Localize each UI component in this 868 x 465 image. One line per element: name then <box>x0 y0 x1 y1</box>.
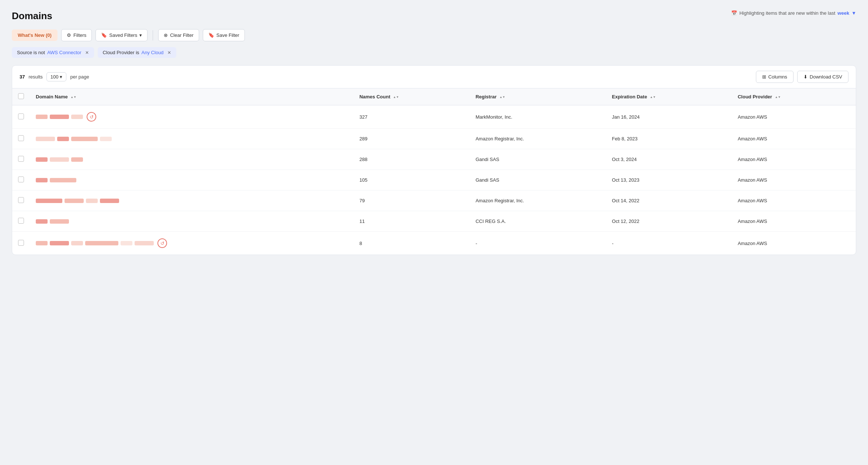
expiration-date-cell-2: Oct 3, 2024 <box>606 149 732 170</box>
row-checkbox-0[interactable] <box>12 105 30 129</box>
domain-blur-block <box>71 115 83 119</box>
cloud-provider-cell-6: Amazon AWS <box>732 232 856 255</box>
filters-button[interactable]: ⚙ Filters <box>61 29 92 41</box>
whats-new-button[interactable]: What's New (0) <box>12 29 58 41</box>
chevron-down-icon: ▾ <box>60 74 62 80</box>
domain-name-cell-2[interactable] <box>30 149 354 170</box>
remove-filter-cloud[interactable]: ✕ <box>167 50 171 55</box>
col-registrar[interactable]: Registrar ▲▼ <box>470 88 606 105</box>
row-checkbox-5[interactable] <box>12 211 30 232</box>
clear-filter-button[interactable]: ⊗ Clear Filter <box>158 29 199 41</box>
domain-blur-block <box>100 199 119 203</box>
clear-icon: ⊗ <box>164 32 168 38</box>
row-checkbox-2[interactable] <box>12 149 30 170</box>
domain-blur-block <box>50 157 69 162</box>
col-domain-name[interactable]: Domain Name ▲▼ <box>30 88 354 105</box>
domain-blur-block <box>36 241 48 245</box>
results-count: 37 <box>20 74 25 80</box>
week-link[interactable]: week <box>837 10 849 16</box>
per-page-select[interactable]: 100 ▾ <box>46 72 67 81</box>
table-row: ↺327MarkMonitor, Inc.Jan 16, 2024Amazon … <box>12 105 856 129</box>
page-title: Domains <box>12 10 856 22</box>
select-all-checkbox[interactable] <box>12 88 30 105</box>
domain-blur-block <box>50 115 69 119</box>
table-actions: ⊞ Columns ⬇ Download CSV <box>756 71 848 83</box>
registrar-cell-2: Gandi SAS <box>470 149 606 170</box>
domain-name-cell-4[interactable] <box>30 190 354 211</box>
columns-icon: ⊞ <box>762 74 766 80</box>
domain-name-cell-5[interactable] <box>30 211 354 232</box>
domain-blur-block <box>71 157 83 162</box>
domain-blur-block <box>71 137 98 141</box>
bookmark-icon: 🔖 <box>101 32 107 38</box>
names-count-cell-0: 327 <box>354 105 470 129</box>
domain-blur-block <box>86 199 98 203</box>
col-names-count[interactable]: Names Count ▲▼ <box>354 88 470 105</box>
toolbar-divider <box>153 30 153 41</box>
domain-name-cell-3[interactable] <box>30 170 354 190</box>
expiration-date-cell-6: - <box>606 232 732 255</box>
sort-domain-name-icon: ▲▼ <box>70 96 76 99</box>
highlight-text: Highlighting items that are new within t… <box>739 10 835 16</box>
remove-filter-source[interactable]: ✕ <box>85 50 89 55</box>
chevron-down-icon[interactable]: ▼ <box>851 10 856 16</box>
cloud-provider-cell-4: Amazon AWS <box>732 190 856 211</box>
sort-names-count-icon: ▲▼ <box>393 96 399 99</box>
domain-name-cell-1[interactable] <box>30 129 354 149</box>
domains-table: Domain Name ▲▼ Names Count ▲▼ Registrar … <box>12 88 856 255</box>
cloud-provider-cell-3: Amazon AWS <box>732 170 856 190</box>
domain-blur-block <box>100 137 112 141</box>
save-filter-button[interactable]: 🔖 Save Filter <box>203 29 245 41</box>
domain-refresh-icon[interactable]: ↺ <box>87 112 96 122</box>
table-row: 288Gandi SASOct 3, 2024Amazon AWS <box>12 149 856 170</box>
registrar-cell-4: Amazon Registrar, Inc. <box>470 190 606 211</box>
domain-blur-block <box>50 241 69 245</box>
domain-blur-block <box>50 219 69 224</box>
table-row: 105Gandi SASOct 13, 2023Amazon AWS <box>12 170 856 190</box>
registrar-cell-6: - <box>470 232 606 255</box>
domain-name-cell-0[interactable]: ↺ <box>30 105 354 129</box>
domain-blur-block <box>57 137 69 141</box>
domain-blur-block <box>135 241 154 245</box>
domain-blur-block <box>36 115 48 119</box>
domain-name-cell-6[interactable]: ↺ <box>30 232 354 255</box>
expiration-date-cell-4: Oct 14, 2022 <box>606 190 732 211</box>
names-count-cell-2: 288 <box>354 149 470 170</box>
domain-blur-block <box>65 199 84 203</box>
saved-filters-button[interactable]: 🔖 Saved Filters ▾ <box>96 29 147 41</box>
download-icon: ⬇ <box>803 74 808 80</box>
cloud-provider-cell-2: Amazon AWS <box>732 149 856 170</box>
table-header-row: Domain Name ▲▼ Names Count ▲▼ Registrar … <box>12 88 856 105</box>
table-row: 289Amazon Registrar, Inc.Feb 8, 2023Amaz… <box>12 129 856 149</box>
calendar-icon: 📅 <box>731 10 737 16</box>
table-info: 37 results 100 ▾ per page <box>20 72 89 81</box>
col-expiration-date[interactable]: Expiration Date ▲▼ <box>606 88 732 105</box>
cloud-provider-cell-5: Amazon AWS <box>732 211 856 232</box>
table-row: ↺8--Amazon AWS <box>12 232 856 255</box>
row-checkbox-1[interactable] <box>12 129 30 149</box>
sort-expiration-icon: ▲▼ <box>650 96 656 99</box>
row-checkbox-4[interactable] <box>12 190 30 211</box>
row-checkbox-6[interactable] <box>12 232 30 255</box>
expiration-date-cell-0: Jan 16, 2024 <box>606 105 732 129</box>
registrar-cell-3: Gandi SAS <box>470 170 606 190</box>
row-checkbox-3[interactable] <box>12 170 30 190</box>
save-icon: 🔖 <box>208 32 214 38</box>
domain-blur-block <box>36 137 55 141</box>
toolbar: What's New (0) ⚙ Filters 🔖 Saved Filters… <box>12 29 856 41</box>
col-cloud-provider[interactable]: Cloud Provider ▲▼ <box>732 88 856 105</box>
expiration-date-cell-5: Oct 12, 2022 <box>606 211 732 232</box>
expiration-date-cell-1: Feb 8, 2023 <box>606 129 732 149</box>
table-row: 11CCI REG S.A.Oct 12, 2022Amazon AWS <box>12 211 856 232</box>
filter-icon: ⚙ <box>67 32 71 38</box>
download-csv-button[interactable]: ⬇ Download CSV <box>797 71 848 83</box>
names-count-cell-1: 289 <box>354 129 470 149</box>
domain-blur-block <box>121 241 132 245</box>
filter-tags: Source is not AWS Connector ✕ Cloud Prov… <box>12 47 856 58</box>
columns-button[interactable]: ⊞ Columns <box>756 71 794 83</box>
domain-refresh-icon[interactable]: ↺ <box>157 238 167 248</box>
names-count-cell-3: 105 <box>354 170 470 190</box>
expiration-date-cell-3: Oct 13, 2023 <box>606 170 732 190</box>
filter-tag-cloud: Cloud Provider is Any Cloud ✕ <box>98 47 176 58</box>
names-count-cell-4: 79 <box>354 190 470 211</box>
